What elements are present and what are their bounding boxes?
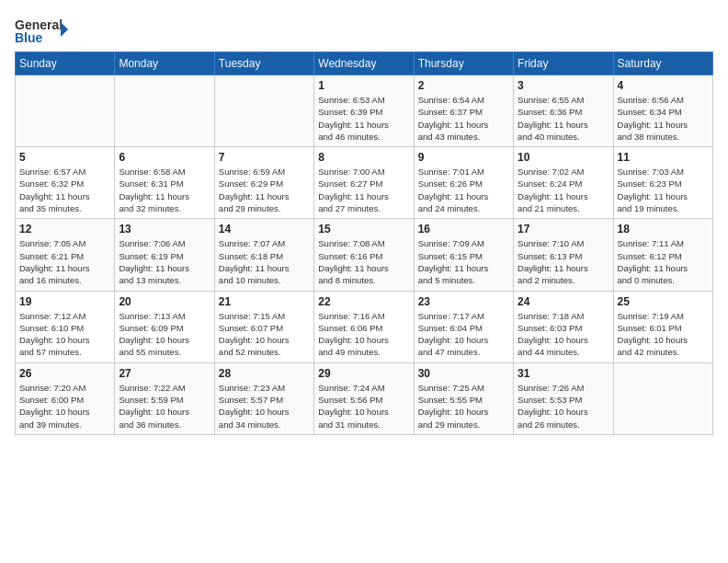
day-info: Sunrise: 6:55 AM Sunset: 6:36 PM Dayligh… [518,94,609,143]
calendar-table: SundayMondayTuesdayWednesdayThursdayFrid… [15,52,713,435]
day-cell: 12Sunrise: 7:05 AM Sunset: 6:21 PM Dayli… [16,219,115,291]
day-cell: 7Sunrise: 6:59 AM Sunset: 6:29 PM Daylig… [214,147,313,219]
day-cell: 17Sunrise: 7:10 AM Sunset: 6:13 PM Dayli… [514,219,613,291]
day-number: 1 [318,79,409,92]
day-number: 14 [219,223,310,236]
day-info: Sunrise: 7:07 AM Sunset: 6:18 PM Dayligh… [219,237,310,286]
day-info: Sunrise: 7:15 AM Sunset: 6:07 PM Dayligh… [219,310,310,359]
day-info: Sunrise: 7:23 AM Sunset: 5:57 PM Dayligh… [219,382,310,431]
day-number: 30 [418,367,509,380]
day-info: Sunrise: 7:00 AM Sunset: 6:27 PM Dayligh… [318,166,409,214]
day-info: Sunrise: 7:06 AM Sunset: 6:19 PM Dayligh… [119,237,210,286]
day-cell: 29Sunrise: 7:24 AM Sunset: 5:56 PM Dayli… [314,362,414,434]
svg-text:Blue: Blue [15,30,43,45]
day-info: Sunrise: 6:57 AM Sunset: 6:32 PM Dayligh… [19,166,110,214]
day-number: 11 [618,151,709,164]
day-cell: 3Sunrise: 6:55 AM Sunset: 6:36 PM Daylig… [514,75,613,147]
day-cell: 18Sunrise: 7:11 AM Sunset: 6:12 PM Dayli… [613,219,712,291]
day-info: Sunrise: 6:56 AM Sunset: 6:34 PM Dayligh… [618,94,709,143]
day-info: Sunrise: 7:20 AM Sunset: 6:00 PM Dayligh… [19,382,110,431]
day-info: Sunrise: 7:17 AM Sunset: 6:04 PM Dayligh… [418,310,509,359]
day-info: Sunrise: 7:10 AM Sunset: 6:13 PM Dayligh… [518,237,609,286]
day-number: 6 [119,151,210,164]
day-number: 15 [318,223,409,236]
day-info: Sunrise: 7:01 AM Sunset: 6:26 PM Dayligh… [418,166,509,214]
day-number: 22 [318,295,409,308]
day-cell: 4Sunrise: 6:56 AM Sunset: 6:34 PM Daylig… [613,75,712,147]
day-number: 8 [318,151,409,164]
day-number: 24 [518,295,609,308]
day-number: 26 [19,367,110,380]
day-number: 7 [219,151,310,164]
day-cell: 25Sunrise: 7:19 AM Sunset: 6:01 PM Dayli… [613,291,712,362]
day-cell: 1Sunrise: 6:53 AM Sunset: 6:39 PM Daylig… [314,75,414,147]
day-number: 20 [119,295,210,308]
weekday-header: Sunday [16,52,115,75]
day-cell: 30Sunrise: 7:25 AM Sunset: 5:55 PM Dayli… [414,362,513,434]
weekday-header: Wednesday [314,52,414,75]
day-cell: 23Sunrise: 7:17 AM Sunset: 6:04 PM Dayli… [414,291,513,362]
day-info: Sunrise: 7:26 AM Sunset: 5:53 PM Dayligh… [518,382,609,431]
day-info: Sunrise: 7:16 AM Sunset: 6:06 PM Dayligh… [318,310,409,359]
day-number: 28 [219,367,310,380]
day-cell: 24Sunrise: 7:18 AM Sunset: 6:03 PM Dayli… [514,291,613,362]
day-number: 12 [19,223,110,236]
empty-cell [115,75,214,147]
page-header: GeneralBlue [15,15,713,48]
day-info: Sunrise: 7:11 AM Sunset: 6:12 PM Dayligh… [618,237,709,286]
logo: GeneralBlue [15,15,70,48]
day-number: 13 [119,223,210,236]
weekday-header: Saturday [613,52,712,75]
day-cell: 8Sunrise: 7:00 AM Sunset: 6:27 PM Daylig… [314,147,414,219]
day-info: Sunrise: 6:58 AM Sunset: 6:31 PM Dayligh… [119,166,210,214]
day-info: Sunrise: 7:02 AM Sunset: 6:24 PM Dayligh… [518,166,609,214]
day-cell: 2Sunrise: 6:54 AM Sunset: 6:37 PM Daylig… [414,75,513,147]
day-cell: 27Sunrise: 7:22 AM Sunset: 5:59 PM Dayli… [115,362,214,434]
day-number: 17 [518,223,609,236]
day-number: 25 [618,295,709,308]
day-number: 5 [19,151,110,164]
day-number: 16 [418,223,509,236]
day-cell: 6Sunrise: 6:58 AM Sunset: 6:31 PM Daylig… [115,147,214,219]
day-cell: 11Sunrise: 7:03 AM Sunset: 6:23 PM Dayli… [613,147,712,219]
day-number: 3 [518,79,609,92]
day-cell: 19Sunrise: 7:12 AM Sunset: 6:10 PM Dayli… [16,291,115,362]
day-info: Sunrise: 6:54 AM Sunset: 6:37 PM Dayligh… [418,94,509,143]
day-info: Sunrise: 7:12 AM Sunset: 6:10 PM Dayligh… [19,310,110,359]
weekday-header: Monday [115,52,214,75]
day-info: Sunrise: 7:08 AM Sunset: 6:16 PM Dayligh… [318,237,409,286]
weekday-header: Tuesday [214,52,313,75]
weekday-header: Thursday [414,52,513,75]
day-info: Sunrise: 7:05 AM Sunset: 6:21 PM Dayligh… [19,237,110,286]
empty-cell [613,362,712,434]
empty-cell [214,75,313,147]
day-info: Sunrise: 7:18 AM Sunset: 6:03 PM Dayligh… [518,310,609,359]
day-number: 4 [618,79,709,92]
day-number: 18 [618,223,709,236]
day-cell: 15Sunrise: 7:08 AM Sunset: 6:16 PM Dayli… [314,219,414,291]
day-number: 19 [19,295,110,308]
day-info: Sunrise: 7:24 AM Sunset: 5:56 PM Dayligh… [318,382,409,431]
day-number: 29 [318,367,409,380]
day-cell: 22Sunrise: 7:16 AM Sunset: 6:06 PM Dayli… [314,291,414,362]
day-info: Sunrise: 6:53 AM Sunset: 6:39 PM Dayligh… [318,94,409,143]
day-info: Sunrise: 7:09 AM Sunset: 6:15 PM Dayligh… [418,237,509,286]
day-number: 2 [418,79,509,92]
day-cell: 21Sunrise: 7:15 AM Sunset: 6:07 PM Dayli… [214,291,313,362]
weekday-header: Friday [514,52,613,75]
day-cell: 26Sunrise: 7:20 AM Sunset: 6:00 PM Dayli… [16,362,115,434]
day-cell: 14Sunrise: 7:07 AM Sunset: 6:18 PM Dayli… [214,219,313,291]
day-cell: 5Sunrise: 6:57 AM Sunset: 6:32 PM Daylig… [16,147,115,219]
logo-svg: GeneralBlue [15,15,70,48]
day-cell: 10Sunrise: 7:02 AM Sunset: 6:24 PM Dayli… [514,147,613,219]
day-info: Sunrise: 7:13 AM Sunset: 6:09 PM Dayligh… [119,310,210,359]
day-cell: 20Sunrise: 7:13 AM Sunset: 6:09 PM Dayli… [115,291,214,362]
day-number: 9 [418,151,509,164]
day-cell: 16Sunrise: 7:09 AM Sunset: 6:15 PM Dayli… [414,219,513,291]
day-cell: 28Sunrise: 7:23 AM Sunset: 5:57 PM Dayli… [214,362,313,434]
day-cell: 13Sunrise: 7:06 AM Sunset: 6:19 PM Dayli… [115,219,214,291]
day-info: Sunrise: 7:22 AM Sunset: 5:59 PM Dayligh… [119,382,210,431]
svg-marker-2 [61,22,68,37]
day-info: Sunrise: 6:59 AM Sunset: 6:29 PM Dayligh… [219,166,310,214]
day-number: 27 [119,367,210,380]
